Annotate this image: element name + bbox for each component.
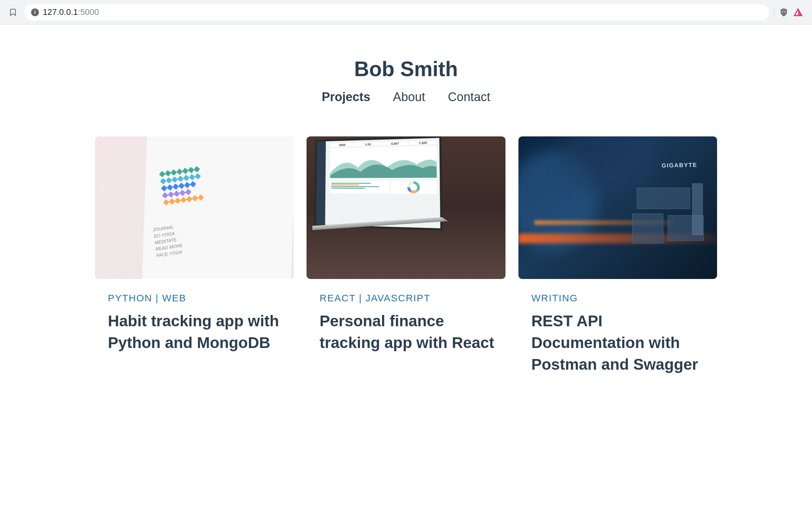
project-card-category: PYTHON | WEB bbox=[95, 292, 294, 304]
browser-chrome: i 127.0.0.1:5000 bbox=[0, 0, 812, 25]
project-card-image: 2500 1.51 4,567 7,325 bbox=[307, 136, 505, 279]
brand-label: GIGABYTE bbox=[661, 162, 697, 169]
site-info-icon[interactable]: i bbox=[31, 8, 39, 16]
project-card[interactable]: GIGABYTE WRITING REST API Documentation … bbox=[518, 136, 717, 375]
project-card-image: JOURNAL DO YOGA MEDITATE READ MORE FACE … bbox=[95, 136, 294, 279]
nav-link-contact[interactable]: Contact bbox=[448, 90, 490, 104]
browser-extensions bbox=[774, 7, 806, 17]
site-title: Bob Smith bbox=[95, 57, 717, 81]
bookmark-icon[interactable] bbox=[6, 6, 20, 19]
project-card-title: REST API Documentation with Postman and … bbox=[518, 310, 717, 375]
site-header: Bob Smith Projects About Contact bbox=[95, 57, 717, 104]
project-card-image: GIGABYTE bbox=[518, 136, 717, 279]
main-nav: Projects About Contact bbox=[95, 90, 717, 104]
brave-shield-icon[interactable] bbox=[779, 7, 789, 17]
svg-point-1 bbox=[784, 11, 785, 12]
projects-grid: JOURNAL DO YOGA MEDITATE READ MORE FACE … bbox=[95, 136, 717, 375]
page-content: Bob Smith Projects About Contact JOURNAL… bbox=[50, 25, 762, 375]
project-card[interactable]: 2500 1.51 4,567 7,325 bbox=[307, 136, 505, 375]
svg-point-0 bbox=[782, 11, 783, 12]
brave-triangle-icon[interactable] bbox=[793, 7, 803, 17]
project-card-category: WRITING bbox=[518, 292, 717, 304]
project-card-title: Personal finance tracking app with React bbox=[307, 310, 505, 353]
project-card[interactable]: JOURNAL DO YOGA MEDITATE READ MORE FACE … bbox=[95, 136, 294, 375]
url-text: 127.0.0.1:5000 bbox=[43, 7, 99, 17]
address-bar[interactable]: i 127.0.0.1:5000 bbox=[25, 4, 769, 21]
project-card-title: Habit tracking app with Python and Mongo… bbox=[95, 310, 294, 353]
divider bbox=[774, 7, 775, 17]
nav-link-about[interactable]: About bbox=[393, 90, 425, 104]
nav-link-projects[interactable]: Projects bbox=[322, 90, 370, 104]
project-card-category: REACT | JAVASCRIPT bbox=[307, 292, 505, 304]
